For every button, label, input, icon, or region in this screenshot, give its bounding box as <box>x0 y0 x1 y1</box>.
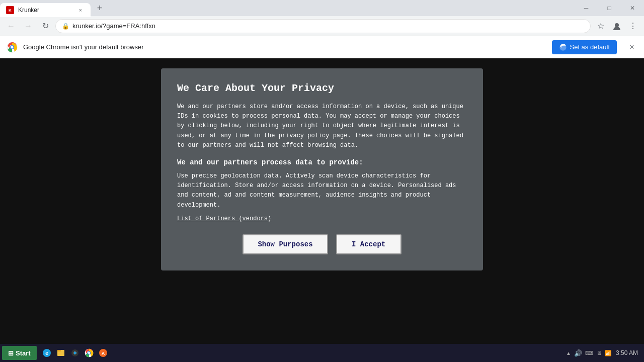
maximize-button[interactable]: □ <box>598 0 621 16</box>
tab-close-button[interactable]: × <box>76 6 85 14</box>
taskbar-media-icon[interactable] <box>69 347 81 359</box>
default-browser-message: Google Chrome isn't your default browser <box>23 43 547 51</box>
svg-point-14 <box>88 352 90 354</box>
address-bar[interactable]: 🔒 krunker.io/?game=FRA:hffxn <box>55 19 591 33</box>
taskbar-ie-icon[interactable]: e <box>41 347 53 359</box>
privacy-dialog-body2: Use precise geolocation data. Actively s… <box>177 171 467 210</box>
keyboard-icon[interactable]: ⌨ <box>585 350 593 356</box>
tab-favicon: K <box>6 6 14 14</box>
partners-link[interactable]: List of Partners (vendors) <box>177 215 467 222</box>
taskbar-chrome-icon[interactable] <box>83 347 95 359</box>
start-button[interactable]: ⊞ Start <box>2 346 37 360</box>
toolbar-right: ☆ ⋮ <box>594 19 640 33</box>
toolbar: ← → ↻ 🔒 krunker.io/?game=FRA:hffxn ☆ ⋮ <box>0 16 644 36</box>
taskbar-avast-icon[interactable]: A <box>97 347 109 359</box>
window-controls: ─ □ ✕ <box>575 0 644 16</box>
start-label: Start <box>16 349 31 357</box>
svg-text:A: A <box>101 351 105 356</box>
privacy-dialog-body: We and our partners store and/or access … <box>177 102 467 150</box>
new-tab-button[interactable]: + <box>93 1 107 15</box>
taskbar-right: ▲ 🔊 ⌨ 🖥 📶 3:50 AM <box>566 349 642 357</box>
display-icon[interactable]: 🖥 <box>596 350 602 356</box>
taskbar-time: 3:50 AM <box>616 349 638 356</box>
tab-strip: K Krunker × + <box>0 0 107 16</box>
network-icon[interactable]: 📶 <box>605 350 612 356</box>
privacy-dialog-title: We Care About Your Privacy <box>177 82 467 94</box>
back-button[interactable]: ← <box>4 19 18 33</box>
address-text: krunker.io/?game=FRA:hffxn <box>72 22 584 30</box>
set-default-label: Set as default <box>570 43 610 51</box>
tab-title: Krunker <box>18 7 72 14</box>
svg-rect-8 <box>57 350 61 351</box>
svg-text:e: e <box>45 350 48 356</box>
svg-point-3 <box>11 46 14 48</box>
show-purposes-button[interactable]: Show Purposes <box>243 234 328 254</box>
forward-button[interactable]: → <box>21 19 35 33</box>
system-tray-icons: ▲ 🔊 ⌨ 🖥 📶 <box>566 349 612 357</box>
bookmark-button[interactable]: ☆ <box>594 19 608 33</box>
svg-point-0 <box>615 23 619 27</box>
taskbar: ⊞ Start e <box>0 344 644 362</box>
reload-button[interactable]: ↻ <box>38 19 52 33</box>
privacy-dialog-subtitle: We and our partners process data to prov… <box>177 158 467 166</box>
taskbar-files-icon[interactable] <box>55 347 67 359</box>
window-close-button[interactable]: ✕ <box>621 0 644 16</box>
set-default-button[interactable]: Set as default <box>552 40 617 54</box>
default-browser-info-bar: Google Chrome isn't your default browser… <box>0 36 644 58</box>
accept-button[interactable]: I Accept <box>336 234 401 254</box>
profile-button[interactable] <box>610 19 624 33</box>
tray-arrow-icon[interactable]: ▲ <box>566 350 571 356</box>
taskbar-icons: e <box>41 347 109 359</box>
privacy-dialog-buttons: Show Purposes I Accept <box>177 234 467 254</box>
info-bar-close-button[interactable]: × <box>626 41 638 53</box>
profile-icon <box>612 21 622 31</box>
lock-icon: 🔒 <box>62 23 69 30</box>
start-icon: ⊞ <box>8 349 14 357</box>
minimize-button[interactable]: ─ <box>575 0 598 16</box>
page-content: We Care About Your Privacy We and our pa… <box>0 58 644 344</box>
privacy-consent-dialog: We Care About Your Privacy We and our pa… <box>161 68 483 270</box>
menu-button[interactable]: ⋮ <box>626 19 640 33</box>
volume-icon[interactable]: 🔊 <box>574 349 582 357</box>
chrome-logo-icon <box>6 41 18 53</box>
active-tab[interactable]: K Krunker × <box>0 3 91 17</box>
title-bar: K Krunker × + ─ □ ✕ <box>0 0 644 16</box>
set-default-icon <box>559 43 567 51</box>
